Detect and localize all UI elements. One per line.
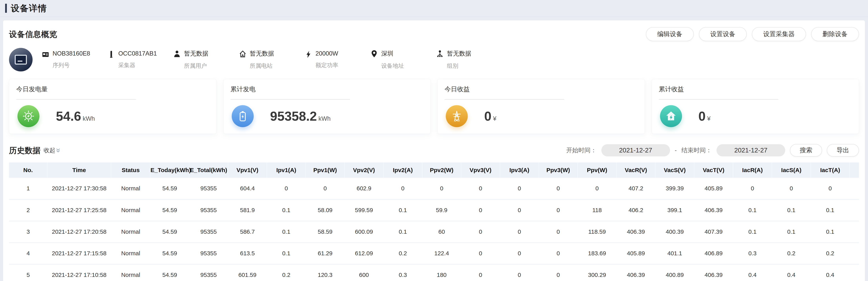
table-cell: 95355	[189, 264, 228, 281]
table-header-row: No.TimeStatusE_Today(kWh)E_Total(kWh)Vpv…	[9, 162, 859, 178]
table-cell: 406.89	[694, 243, 733, 264]
table-header-cell: Ppv3(W)	[539, 162, 578, 178]
table-cell: 2	[9, 199, 47, 221]
title-accent-bar	[5, 4, 7, 13]
table-cell: 407.39	[694, 221, 733, 243]
table-cell: 54.59	[150, 221, 189, 243]
table-row: 32021-12-27 17:20:58Normal54.5995355586.…	[9, 221, 859, 243]
stat-unit: kWh	[83, 115, 95, 122]
table-cell: 95355	[189, 221, 228, 243]
table-header-cell: Vpv3(V)	[461, 162, 500, 178]
table-header-cell: E_Total(kWh)	[189, 162, 228, 178]
table-cell-filler	[849, 243, 859, 264]
table-cell: 0	[539, 221, 578, 243]
table-cell: 0.1	[811, 199, 849, 221]
set-device-button[interactable]: 设置设备	[699, 27, 747, 41]
table-cell: 0	[267, 178, 306, 199]
table-cell-filler	[849, 221, 859, 243]
start-time-label: 开始时间：	[566, 146, 597, 154]
table-cell: 0	[578, 178, 617, 199]
table-row: 42021-12-27 17:15:58Normal54.5995355613.…	[9, 243, 859, 264]
table-cell: 0.4	[772, 264, 811, 281]
history-table-wrap: No.TimeStatusE_Today(kWh)E_Total(kWh)Vpv…	[9, 162, 859, 281]
history-table: No.TimeStatusE_Today(kWh)E_Total(kWh)Vpv…	[9, 162, 859, 281]
plant-value: 暂无数据	[250, 50, 274, 58]
delete-device-button[interactable]: 删除设备	[811, 27, 859, 41]
table-cell: 0	[811, 178, 849, 199]
table-cell: 0.2	[811, 243, 849, 264]
stat-title: 累计发电	[230, 85, 424, 94]
table-cell: Normal	[111, 243, 150, 264]
collapse-toggle[interactable]: 收起 »	[43, 146, 61, 154]
device-action-buttons: 编辑设备 设置设备 设置采集器 删除设备	[646, 27, 859, 41]
table-cell: 0	[500, 199, 539, 221]
table-cell: 118	[578, 199, 617, 221]
table-cell: 0.1	[733, 199, 772, 221]
device-info-row: NOB38160E8 序列号 OCC0817AB1 采集器 暂无数据 所属用户	[9, 48, 859, 71]
serial-value: NOB38160E8	[53, 50, 90, 57]
export-button[interactable]: 导出	[827, 144, 859, 157]
stat-value: 95358.2	[270, 109, 317, 124]
owner-user-label: 所属用户	[184, 62, 208, 70]
owner-user-value: 暂无数据	[184, 50, 208, 58]
collector-label: 采集器	[118, 61, 157, 69]
table-cell: 120.3	[306, 264, 344, 281]
address-label: 设备地址	[381, 62, 404, 70]
table-cell: 54.59	[150, 243, 189, 264]
divider	[659, 99, 778, 100]
table-header-cell: IacS(A)	[772, 162, 811, 178]
table-cell: 54.59	[150, 199, 189, 221]
table-cell: Normal	[111, 199, 150, 221]
chevron-double-down-icon: »	[55, 148, 63, 153]
device-overview-heading: 设备信息概览	[9, 29, 57, 40]
id-card-icon	[42, 51, 49, 58]
stat-value: 0	[484, 109, 492, 124]
table-cell: 601.59	[228, 264, 267, 281]
page-title: 设备详情	[11, 3, 47, 14]
table-cell: 58.09	[306, 199, 344, 221]
end-date-input[interactable]: 2021-12-27	[716, 144, 785, 156]
divider	[444, 99, 564, 100]
table-cell-filler	[849, 178, 859, 199]
history-heading: 历史数据	[9, 145, 40, 156]
table-cell: 600	[344, 264, 383, 281]
table-cell: 2021-12-27 17:20:58	[47, 221, 111, 243]
table-header-cell: Time	[47, 162, 111, 178]
table-cell: 602.9	[344, 178, 383, 199]
table-header-cell: Vpv1(V)	[228, 162, 267, 178]
table-cell: 0	[461, 199, 500, 221]
stat-card-today-generation: 今日发电量 54.6	[9, 79, 217, 134]
user-icon	[174, 50, 181, 58]
power-tower-icon	[446, 105, 468, 127]
table-header-cell: Ppv1(W)	[306, 162, 344, 178]
table-cell: 0.3	[733, 243, 772, 264]
table-cell: 613.5	[228, 243, 267, 264]
info-item-owner-user: 暂无数据 所属用户	[174, 50, 239, 70]
table-cell: 406.39	[617, 221, 655, 243]
group-label: 组别	[447, 62, 471, 70]
table-cell: 2021-12-27 17:25:58	[47, 199, 111, 221]
stat-card-total-generation: 累计发电 95358.2 kWh	[223, 79, 431, 134]
table-cell: 405.89	[617, 243, 655, 264]
table-cell: 118.59	[578, 221, 617, 243]
collector-value: OCC0817AB1	[118, 50, 157, 57]
table-cell: 0	[461, 264, 500, 281]
table-cell: 0.4	[811, 264, 849, 281]
search-button[interactable]: 搜索	[790, 144, 822, 157]
set-collector-button[interactable]: 设置采集器	[752, 27, 806, 41]
table-cell: 61.29	[306, 243, 344, 264]
table-cell: 400.39	[655, 221, 694, 243]
table-cell: 604.4	[228, 178, 267, 199]
history-bar: 历史数据 收起 » 开始时间： 2021-12-27 - 结束时间： 2021-…	[9, 144, 859, 157]
table-cell: 0.1	[267, 243, 306, 264]
table-cell: 0.1	[383, 199, 422, 221]
start-date-input[interactable]: 2021-12-27	[601, 144, 670, 156]
table-cell: 0	[461, 243, 500, 264]
table-header-cell: E_Today(kWh)	[150, 162, 189, 178]
table-cell: 0	[772, 178, 811, 199]
table-cell: 0	[539, 178, 578, 199]
edit-device-button[interactable]: 编辑设备	[646, 27, 694, 41]
table-cell: 0	[539, 264, 578, 281]
table-cell: 612.09	[344, 243, 383, 264]
rated-power-label: 额定功率	[315, 61, 338, 69]
